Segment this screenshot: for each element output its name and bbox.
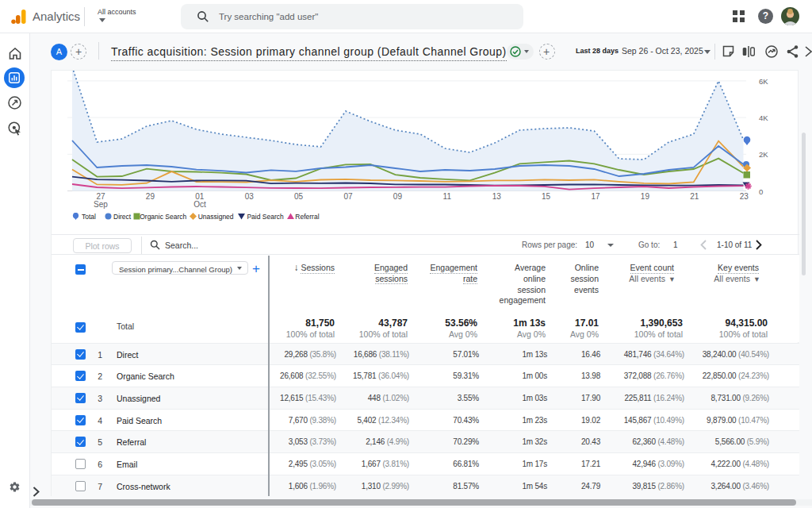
svg-text:11: 11 [443, 192, 452, 201]
svg-text:17: 17 [591, 192, 600, 201]
svg-text:4K: 4K [759, 114, 768, 122]
svg-text:21: 21 [690, 192, 699, 201]
svg-text:Sep: Sep [94, 200, 108, 209]
svg-text:13: 13 [492, 192, 502, 201]
svg-text:19: 19 [641, 192, 650, 201]
svg-text:03: 03 [245, 192, 255, 201]
svg-text:0: 0 [759, 187, 763, 196]
svg-text:15: 15 [542, 192, 551, 201]
svg-text:05: 05 [294, 192, 304, 201]
svg-text:09: 09 [393, 192, 403, 201]
svg-text:23: 23 [740, 192, 749, 201]
svg-text:6K: 6K [759, 77, 768, 86]
svg-text:2K: 2K [759, 150, 768, 159]
svg-text:07: 07 [343, 192, 353, 201]
svg-text:Oct: Oct [193, 200, 206, 209]
svg-text:29: 29 [146, 192, 155, 201]
